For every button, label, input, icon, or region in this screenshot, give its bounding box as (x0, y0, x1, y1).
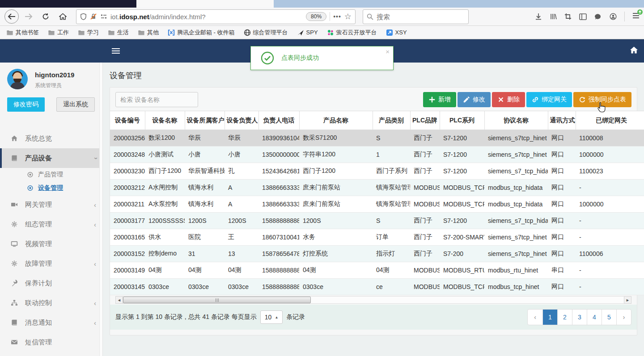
sidebar-item[interactable]: 大屏管理 (0, 352, 102, 356)
device-search-input[interactable] (115, 92, 198, 107)
next-page-button[interactable]: › (616, 310, 631, 325)
active-tab[interactable] (136, 0, 274, 8)
table-row[interactable]: 200003230西门子1200华辰智通科技孔15243642681西门子120… (110, 163, 644, 180)
app-home-button[interactable] (630, 46, 638, 54)
permissions-icon[interactable] (100, 13, 107, 20)
column-header[interactable]: 设备编号 (110, 111, 145, 130)
chevron-down-icon: ‹ (91, 157, 99, 159)
sidebar-item[interactable]: 联动控制‹ (0, 293, 102, 313)
table-row[interactable]: 200003211A水泵控制镇海水利A13886663333庶来门前泵站镇海泵站… (110, 196, 644, 213)
force-sync-button[interactable]: 强制同步点表 (573, 92, 631, 107)
library-button[interactable] (550, 13, 557, 20)
table-cell: 04测 (145, 262, 185, 279)
page-actions-button[interactable]: ••• (333, 13, 341, 20)
page-size-select[interactable]: 10▲ (260, 310, 283, 324)
column-header[interactable]: 设备名称 (145, 111, 185, 130)
sidebar-item[interactable]: 视频管理 (0, 234, 102, 254)
sidebar-item[interactable]: 产品设备‹ (0, 148, 102, 168)
sidebar-toggle-button[interactable] (579, 13, 587, 20)
scroll-track[interactable] (123, 296, 624, 304)
page-button[interactable]: 1 (542, 310, 557, 325)
messages-button[interactable] (594, 13, 602, 20)
column-header[interactable]: 已绑定网关 (576, 111, 644, 130)
tab-segment-dark[interactable] (0, 0, 136, 8)
sidebar-item[interactable]: 保养计划 (0, 273, 102, 293)
bookmark-item[interactable]: 综合管理平台 (244, 29, 288, 37)
bookmark-item[interactable]: 工作 (48, 29, 69, 37)
browser-search-box[interactable] (363, 9, 469, 24)
shield-icon[interactable] (80, 13, 87, 20)
table-row[interactable]: 200003248小唐测试小唐小唐13500000000字符串12001西门子S… (110, 147, 644, 163)
column-header[interactable]: 负责人电话 (258, 111, 299, 130)
table-cell: 西门子 (410, 130, 440, 147)
table-row[interactable]: 200003212A水闸控制镇海水利A13886663333庶来门前泵站镇海泵站… (110, 180, 644, 196)
table-row[interactable]: 20000314904测04测04测1588888888804测04测MODBU… (110, 262, 644, 279)
logout-button[interactable]: 退出系统 (56, 97, 95, 112)
page-button[interactable]: 2 (557, 310, 572, 325)
sidebar-item[interactable]: 系统总览 (0, 129, 102, 148)
sidebar-item[interactable]: 设备管理 (0, 181, 102, 195)
download-button[interactable] (535, 13, 542, 20)
url-text[interactable]: iot.idosp.net/admin/index.html? (110, 13, 303, 21)
bookmark-item[interactable]: 其他书签 (6, 29, 39, 37)
bookmark-item[interactable]: 学习 (78, 29, 99, 37)
insecure-lock-icon[interactable] (90, 13, 97, 20)
bookmark-item[interactable]: XSY (386, 29, 407, 36)
url-bar[interactable]: iot.idosp.net/admin/index.html? 80% ••• … (76, 9, 356, 24)
table-cell: 15888888888 (258, 279, 299, 295)
column-header[interactable]: PLC品牌 (410, 111, 440, 130)
menu-toggle-button[interactable] (112, 47, 120, 55)
zoom-level-badge[interactable]: 80% (306, 12, 326, 21)
column-header[interactable]: 设备所属客户 (185, 111, 225, 130)
edit-button[interactable]: 修改 (458, 92, 491, 107)
account-button[interactable] (610, 13, 617, 20)
page-button[interactable]: 5 (602, 310, 616, 325)
add-button[interactable]: 新增 (423, 92, 456, 107)
bookmark-item[interactable]: 其他 (138, 29, 159, 37)
scroll-right-button[interactable]: ► (624, 296, 631, 304)
column-header[interactable]: 通讯方式 (548, 111, 576, 130)
change-password-button[interactable]: 修改密码 (7, 97, 45, 112)
column-header[interactable]: 协议名称 (484, 111, 548, 130)
sidebar-scrollbar[interactable] (99, 63, 102, 356)
table-cell: siemens_s7tcp_hinet (484, 246, 548, 262)
table-cell: 镇海泵站管理 (373, 196, 410, 213)
scroll-thumb[interactable] (123, 297, 311, 303)
reload-button[interactable] (38, 9, 53, 24)
table-row[interactable]: 2000031450303ce0303ce0303ce1588888888803… (110, 279, 644, 295)
sidebar-item[interactable]: 网关管理‹ (0, 195, 102, 214)
back-button[interactable] (4, 9, 19, 24)
forward-button[interactable] (21, 9, 36, 24)
column-header[interactable]: 产品名称 (299, 111, 373, 130)
table-row[interactable]: 200003165供水医院王18607310041水务订单西门子S7-200-S… (110, 229, 644, 246)
page-button[interactable]: 4 (587, 310, 602, 325)
table-cell: 0303ce (185, 279, 225, 295)
table-row[interactable]: 200003152控制demo311315878656478灯控系统指示灯西门子… (110, 246, 644, 262)
sidebar-item[interactable]: 消息通知‹ (0, 313, 102, 332)
bookmark-item[interactable]: 萤石云开放平台 (327, 29, 377, 37)
sidebar-item[interactable]: 组态管理‹ (0, 214, 102, 234)
page-button[interactable]: 3 (572, 310, 587, 325)
column-header[interactable]: 设备负责人 (225, 111, 258, 130)
notification-close-icon[interactable]: × (386, 48, 390, 55)
bookmark-star-button[interactable]: ☆ (344, 12, 352, 21)
sidebar-item[interactable]: 产品管理 (0, 168, 102, 181)
browser-search-input[interactable] (377, 13, 448, 21)
prev-page-button[interactable]: ‹ (528, 310, 542, 325)
column-header[interactable]: 产品类别 (373, 111, 410, 130)
screenshot-button[interactable] (564, 13, 572, 20)
sidebar-item-label: 设备管理 (38, 184, 63, 192)
delete-button[interactable]: 删除 (492, 92, 525, 107)
sidebar-item[interactable]: 短信管理 (0, 332, 102, 352)
table-row[interactable]: 200003256数采1200华辰华辰18390936104数采S71200S西… (110, 130, 644, 147)
globe-icon (244, 29, 251, 36)
bookmark-item[interactable]: SPY (297, 29, 318, 36)
sidebar-item[interactable]: 故障管理‹ (0, 254, 102, 273)
scroll-left-button[interactable]: ◄ (115, 296, 123, 304)
table-row[interactable]: 2000031771200SSSSSS1200S1200S15888888888… (110, 213, 644, 229)
bookmark-item[interactable]: 腾讯企业邮箱 - 收件箱 (168, 29, 235, 37)
bind-gateway-button[interactable]: 绑定网关 (526, 92, 572, 107)
column-header[interactable]: PLC系列 (440, 111, 484, 130)
home-button[interactable] (55, 9, 70, 24)
bookmark-item[interactable]: 生活 (108, 29, 129, 37)
